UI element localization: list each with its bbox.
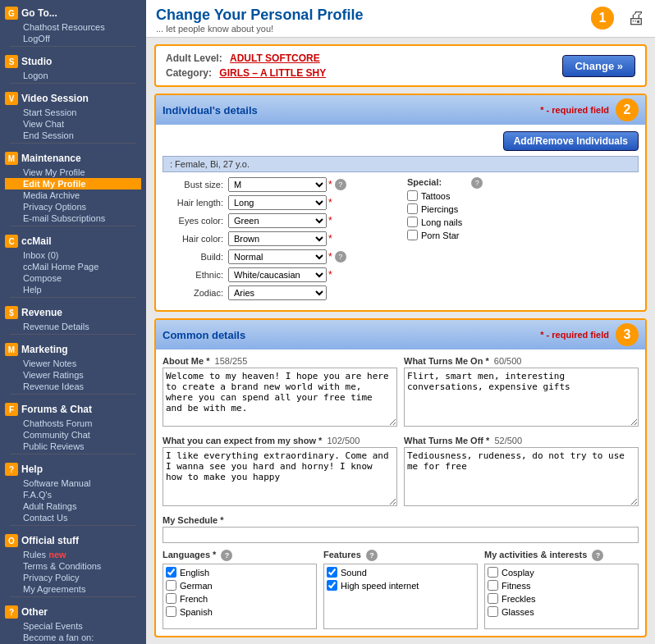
language-checkbox-english[interactable] xyxy=(166,567,176,578)
form-left: Bust size: MSLXL * ? Hair length: LongSh… xyxy=(163,177,394,304)
activities-list: CosplayFitnessFrecklesGlasses xyxy=(484,564,639,629)
category-label: Category: xyxy=(166,67,212,79)
special-item: Porn Star xyxy=(407,230,462,240)
sidebar-section-forums: FForums & ChatChathosts ForumCommunity C… xyxy=(0,400,146,459)
sidebar-link-compose[interactable]: Compose xyxy=(5,272,141,284)
bust-size-select[interactable]: MSLXL xyxy=(228,177,327,192)
activity-checkbox-glasses[interactable] xyxy=(488,606,498,617)
sidebar-link-viewer-ratings[interactable]: Viewer Ratings xyxy=(5,369,141,381)
zodiac-select[interactable]: AriesTaurusGeminiCancer xyxy=(228,285,327,300)
sidebar-link-special-events[interactable]: Special Events xyxy=(5,620,141,632)
language-label-german: German xyxy=(180,581,213,591)
sidebar-title-goto: GGo To... xyxy=(5,5,141,21)
feature-checkbox-sound[interactable] xyxy=(327,567,337,578)
special-checkbox-porn star[interactable] xyxy=(407,230,418,240)
activity-checkbox-fitness[interactable] xyxy=(488,580,498,591)
sidebar-link-privacy-policy[interactable]: Privacy Policy xyxy=(5,572,141,583)
sidebar-link-chathost-resources[interactable]: Chathost Resources xyxy=(5,21,141,33)
sidebar-link-adult-ratings[interactable]: Adult Ratings xyxy=(5,500,141,512)
sidebar-link-start-session[interactable]: Start Session xyxy=(5,107,141,118)
schedule-input[interactable]: I am here almost everyday xyxy=(163,527,639,543)
language-checkbox-spanish[interactable] xyxy=(166,606,176,617)
sidebar-link-revenue-details[interactable]: Revenue Details xyxy=(5,321,141,332)
activity-checkbox-freckles[interactable] xyxy=(488,593,498,604)
build-select[interactable]: NormalSlimAthleticCurvy xyxy=(228,249,327,264)
activity-item: Cosplay xyxy=(488,567,635,578)
sidebar-section-ccmail: CccMailInbox (0)ccMail Home PageComposeH… xyxy=(0,231,146,303)
sidebar-link-inbox-0[interactable]: Inbox (0) xyxy=(5,249,141,261)
ethnic-label: Ethnic: xyxy=(163,270,228,280)
adult-level-value[interactable]: ADULT SOFTCORE xyxy=(230,53,320,64)
eyes-color-select[interactable]: GreenBlueBrownBlack xyxy=(228,213,327,228)
special-label-long nails: Long nails xyxy=(421,217,462,227)
sidebar-title-other: ?Other xyxy=(5,604,141,620)
sidebar-link-public-reviews[interactable]: Public Reviews xyxy=(5,441,141,452)
feature-checkbox-high-speed-internet[interactable] xyxy=(327,580,337,591)
sidebar-link-logoff[interactable]: LogOff xyxy=(5,33,141,44)
step-2-badge: 2 xyxy=(616,98,639,121)
category-value[interactable]: GIRLS – A LITTLE SHY xyxy=(219,67,326,79)
hair-color-select[interactable]: BrownBlackBlondeRed xyxy=(228,231,327,246)
sidebar-link-revenue-ideas[interactable]: Revenue Ideas xyxy=(5,381,141,392)
sidebar-icon-other: ? xyxy=(5,605,18,619)
sidebar-link-ccmail-home-page[interactable]: ccMail Home Page xyxy=(5,261,141,272)
about-me-textarea[interactable]: Welcome to my heaven! I hope you are her… xyxy=(163,368,397,427)
special-item: Tattoos xyxy=(407,190,462,201)
ethnic-select[interactable]: White/caucasianAsianLatinBlack xyxy=(228,267,327,282)
features-help-icon[interactable]: ? xyxy=(366,550,378,561)
sidebar-link-privacy-options[interactable]: Privacy Options xyxy=(5,201,141,212)
special-checkbox-piercings[interactable] xyxy=(407,203,418,214)
sidebar-icon-revenue: $ xyxy=(5,306,18,319)
sidebar-link-chathosts-forum[interactable]: Chathosts Forum xyxy=(5,418,141,429)
main-content: Change Your Personal Profile ... let peo… xyxy=(146,0,655,644)
sidebar-link-view-my-profile[interactable]: View My Profile xyxy=(5,167,141,178)
turns-off-textarea[interactable]: Tediousness, rudeness, do not try to use… xyxy=(404,447,639,506)
languages-label: Languages * ? xyxy=(163,550,317,561)
sidebar-link-faqs[interactable]: F.A.Q's xyxy=(5,489,141,500)
turns-on-textarea[interactable]: Flirt, smart men, interesting conversati… xyxy=(404,368,639,427)
page-subtitle: ... let people know about you! xyxy=(156,24,363,34)
printer-icon: 🖨 xyxy=(627,7,645,29)
individual-req-label: * - required field xyxy=(540,105,609,115)
special-label: Special: xyxy=(407,177,462,187)
sidebar-link-viewer-notes[interactable]: Viewer Notes xyxy=(5,358,141,369)
special-label-piercings: Piercings xyxy=(421,204,458,214)
expect-count: 102/500 xyxy=(324,436,360,445)
sidebar-icon-forums: F xyxy=(5,403,18,416)
language-checkbox-german[interactable] xyxy=(166,580,176,591)
sidebar-link-logon[interactable]: Logon xyxy=(5,70,141,81)
bust-help-icon[interactable]: ? xyxy=(335,179,346,190)
common-panel-title: Common details xyxy=(163,329,245,341)
features-label: Features ? xyxy=(323,550,478,561)
sidebar-icon-studio: S xyxy=(5,55,18,68)
sidebar-link-rules[interactable]: Rules new xyxy=(5,549,141,560)
sidebar-link-terms--conditions[interactable]: Terms & Conditions xyxy=(5,560,141,572)
lang-help-icon[interactable]: ? xyxy=(221,550,232,561)
build-help-icon[interactable]: ? xyxy=(335,251,346,263)
language-item: Spanish xyxy=(166,606,314,617)
sidebar-link-contact-us[interactable]: Contact Us xyxy=(5,512,141,523)
sidebar-link-become-a-fan-on[interactable]: Become a fan on: xyxy=(5,632,141,643)
hair-length-select[interactable]: LongShortMedium xyxy=(228,195,327,210)
sidebar-link-edit-my-profile[interactable]: Edit My Profile xyxy=(5,178,141,190)
sidebar-link-my-agreements[interactable]: My Agreements xyxy=(5,583,141,595)
special-help-icon[interactable]: ? xyxy=(471,177,483,189)
sidebar-link-media-archive[interactable]: Media Archive xyxy=(5,190,141,201)
sidebar-title-ccmail: CccMail xyxy=(5,233,141,249)
activities-help-icon[interactable]: ? xyxy=(592,550,603,561)
page-title: Change Your Personal Profile xyxy=(156,7,363,24)
change-button[interactable]: Change » xyxy=(562,55,635,77)
add-remove-individuals-button[interactable]: Add/Remove Individuals xyxy=(503,131,639,151)
special-checkbox-tattoos[interactable] xyxy=(407,190,418,201)
common-panel: Common details * - required field 3 Abou… xyxy=(154,318,647,637)
language-checkbox-french[interactable] xyxy=(166,593,176,604)
sidebar-link-software-manual[interactable]: Software Manual xyxy=(5,477,141,489)
special-checkbox-long nails[interactable] xyxy=(407,217,418,227)
sidebar-link-help[interactable]: Help xyxy=(5,284,141,295)
expect-textarea[interactable]: I like everything extraordinary. Come an… xyxy=(163,447,397,506)
sidebar-link-community-chat[interactable]: Community Chat xyxy=(5,429,141,441)
sidebar-link-e-mail-subscriptions[interactable]: E-mail Subscriptions xyxy=(5,212,141,224)
activity-checkbox-cosplay[interactable] xyxy=(488,567,498,578)
sidebar-link-view-chat[interactable]: View Chat xyxy=(5,118,141,130)
sidebar-link-end-session[interactable]: End Session xyxy=(5,130,141,141)
